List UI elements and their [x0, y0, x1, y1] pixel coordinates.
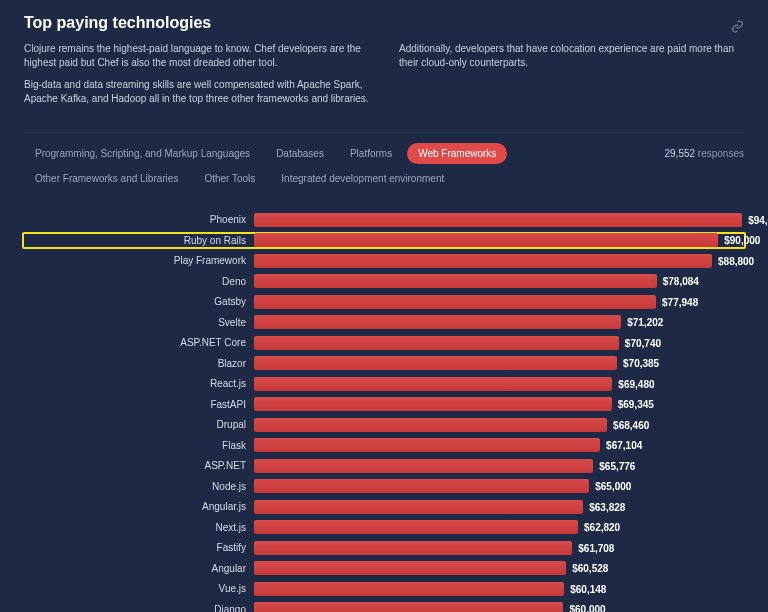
- bar-fill[interactable]: [254, 541, 572, 555]
- bar-row: Vue.js$60,148: [24, 580, 744, 597]
- bar-value: $61,708: [578, 542, 614, 553]
- bar-row: Angular$60,528: [24, 560, 744, 577]
- bar-value: $65,000: [595, 481, 631, 492]
- bar-fill[interactable]: [254, 561, 566, 575]
- bar-value: $78,084: [663, 276, 699, 287]
- bar-track: $65,000: [254, 479, 744, 493]
- bar-fill[interactable]: [254, 377, 612, 391]
- bar-fill[interactable]: [254, 254, 712, 268]
- bar-fill[interactable]: [254, 213, 742, 227]
- bar-value: $69,345: [618, 399, 654, 410]
- bar-track: $63,828: [254, 500, 744, 514]
- bar-row: Deno$78,084: [24, 273, 744, 290]
- bar-row: Blazor$70,385: [24, 355, 744, 372]
- desc-right-1: Additionally, developers that have coloc…: [399, 42, 744, 70]
- bar-fill[interactable]: [254, 438, 600, 452]
- bar-fill[interactable]: [254, 602, 563, 612]
- bar-track: $70,385: [254, 356, 744, 370]
- bar-track: $62,820: [254, 520, 744, 534]
- bar-value: $94,644: [748, 214, 768, 225]
- bar-row: FastAPI$69,345: [24, 396, 744, 413]
- divider: [24, 132, 744, 133]
- bar-fill[interactable]: [254, 582, 564, 596]
- bar-row: ASP.NET$65,776: [24, 457, 744, 474]
- bar-track: $60,148: [254, 582, 744, 596]
- bar-label: Fastify: [24, 542, 254, 553]
- bar-value: $90,000: [724, 235, 760, 246]
- bar-track: $78,084: [254, 274, 744, 288]
- bar-label: Play Framework: [24, 255, 254, 266]
- desc-left-2: Big-data and data streaming skills are w…: [24, 78, 369, 106]
- bar-row: React.js$69,480: [24, 375, 744, 392]
- bar-track: $61,708: [254, 541, 744, 555]
- bar-row: Flask$67,104: [24, 437, 744, 454]
- bar-fill[interactable]: [254, 274, 657, 288]
- bar-value: $69,480: [618, 378, 654, 389]
- bar-row: Drupal$68,460: [24, 416, 744, 433]
- bar-value: $67,104: [606, 440, 642, 451]
- bar-value: $88,800: [718, 255, 754, 266]
- bar-row: Phoenix$94,644: [24, 211, 744, 228]
- tab-other-tools[interactable]: Other Tools: [193, 168, 266, 189]
- bar-label: Phoenix: [24, 214, 254, 225]
- bar-label: ASP.NET Core: [24, 337, 254, 348]
- bar-label: Django: [24, 604, 254, 613]
- bar-fill[interactable]: [254, 295, 656, 309]
- bar-label: React.js: [24, 378, 254, 389]
- bar-fill[interactable]: [254, 479, 589, 493]
- bar-label: Node.js: [24, 481, 254, 492]
- bar-fill[interactable]: [254, 356, 617, 370]
- bar-row: Fastify$61,708: [24, 539, 744, 556]
- desc-left-1: Clojure remains the highest-paid languag…: [24, 42, 369, 70]
- bar-fill[interactable]: [254, 336, 619, 350]
- bar-label: Deno: [24, 276, 254, 287]
- bar-fill[interactable]: [254, 315, 621, 329]
- bar-track: $69,345: [254, 397, 744, 411]
- bar-track: $69,480: [254, 377, 744, 391]
- bar-row: Django$60,000: [24, 601, 744, 613]
- link-icon[interactable]: [731, 20, 744, 36]
- bar-fill[interactable]: [254, 418, 607, 432]
- bar-label: Blazor: [24, 358, 254, 369]
- page-title: Top paying technologies: [24, 14, 211, 32]
- bar-value: $70,385: [623, 358, 659, 369]
- bar-row: Gatsby$77,948: [24, 293, 744, 310]
- bar-track: $68,460: [254, 418, 744, 432]
- bar-label: Flask: [24, 440, 254, 451]
- tab-databases[interactable]: Databases: [265, 143, 335, 164]
- bar-fill[interactable]: [254, 459, 593, 473]
- tab-other-frameworks-and-libraries[interactable]: Other Frameworks and Libraries: [24, 168, 189, 189]
- bar-row: Angular.js$63,828: [24, 498, 744, 515]
- bar-value: $60,528: [572, 563, 608, 574]
- bar-fill[interactable]: [254, 397, 612, 411]
- bar-row: Node.js$65,000: [24, 478, 744, 495]
- bar-row: Svelte$71,202: [24, 314, 744, 331]
- tab-integrated-development-environment[interactable]: Integrated development environment: [270, 168, 455, 189]
- bar-value: $68,460: [613, 419, 649, 430]
- bar-track: $94,644: [254, 213, 744, 227]
- bar-value: $60,000: [569, 604, 605, 613]
- tabs: Programming, Scripting, and Markup Langu…: [24, 143, 544, 189]
- bar-value: $71,202: [627, 317, 663, 328]
- bar-value: $70,740: [625, 337, 661, 348]
- bar-track: $88,800: [254, 254, 744, 268]
- tab-platforms[interactable]: Platforms: [339, 143, 403, 164]
- tab-web-frameworks[interactable]: Web Frameworks: [407, 143, 507, 164]
- tab-programming-scripting-and-markup-languages[interactable]: Programming, Scripting, and Markup Langu…: [24, 143, 261, 164]
- bar-track: $60,528: [254, 561, 744, 575]
- bar-track: $77,948: [254, 295, 744, 309]
- bar-fill[interactable]: [254, 500, 583, 514]
- bar-label: Vue.js: [24, 583, 254, 594]
- bar-value: $62,820: [584, 522, 620, 533]
- bar-value: $63,828: [589, 501, 625, 512]
- bar-track: $65,776: [254, 459, 744, 473]
- bar-row: Play Framework$88,800: [24, 252, 744, 269]
- bar-label: Angular.js: [24, 501, 254, 512]
- bar-label: Gatsby: [24, 296, 254, 307]
- bar-chart: Phoenix$94,644Ruby on Rails$90,000Play F…: [24, 211, 744, 612]
- bar-fill[interactable]: [254, 233, 718, 247]
- bar-value: $77,948: [662, 296, 698, 307]
- bar-track: $67,104: [254, 438, 744, 452]
- description: Clojure remains the highest-paid languag…: [24, 42, 744, 114]
- bar-fill[interactable]: [254, 520, 578, 534]
